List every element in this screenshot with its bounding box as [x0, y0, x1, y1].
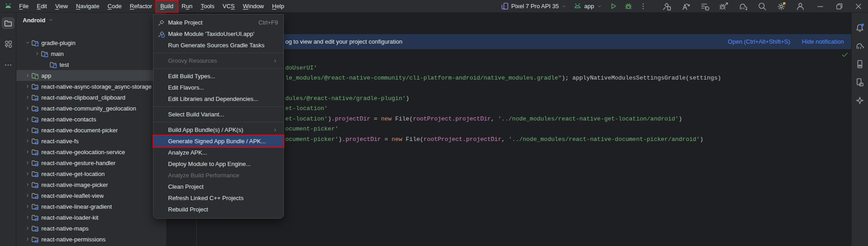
tree-item-react-native-get-location[interactable]: react-native-get-location — [16, 168, 166, 179]
tree-item-react-native-linear-gradient[interactable]: react-native-linear-gradient — [16, 201, 166, 212]
tree-item-label: main — [51, 50, 64, 57]
tree-item-react-native-fs[interactable]: react-native-fs — [16, 136, 166, 146]
chevron-right-icon[interactable] — [24, 105, 31, 112]
tree-item-react-native-permissions[interactable]: react-native-permissions — [16, 234, 166, 245]
tree-item-app[interactable]: app — [16, 70, 166, 81]
chevron-right-icon[interactable] — [24, 83, 31, 90]
project-view-selector[interactable]: Android — [23, 17, 45, 24]
close-button[interactable] — [849, 0, 868, 13]
tree-item-react-native-geolocation-service[interactable]: react-native-geolocation-service — [16, 146, 166, 157]
notifications-button[interactable] — [853, 22, 866, 34]
chevron-right-icon[interactable] — [24, 94, 31, 101]
menu-edit[interactable]: Edit — [33, 1, 51, 12]
chevron-right-icon[interactable] — [24, 126, 31, 134]
debug-button[interactable] — [622, 1, 634, 12]
open-project-structure-link[interactable]: Open (Ctrl+Alt+Shift+S) — [728, 38, 790, 45]
menu-view[interactable]: View — [51, 1, 72, 12]
tree-item-react-native-leaflet-view[interactable]: react-native-leaflet-view — [16, 190, 166, 201]
run-button[interactable] — [607, 1, 619, 12]
chevron-right-icon[interactable] — [24, 72, 31, 79]
menu-item-rebuild-project[interactable]: Rebuild Project — [154, 204, 283, 215]
menu-item-edit-libraries-and-dependencies[interactable]: Edit Libraries and Dependencies... — [154, 93, 283, 105]
menu-item-label: Edit Build Types... — [168, 73, 278, 80]
gradle-sync-button[interactable] — [737, 1, 749, 12]
menu-item-make-project[interactable]: Make ProjectCtrl+F9 — [154, 17, 283, 28]
sync-list-button[interactable] — [699, 1, 711, 12]
menu-item-label: Build App Bundle(s) / APK(s) — [168, 126, 271, 133]
resource-manager-button[interactable] — [2, 38, 15, 50]
hide-notification-link[interactable]: Hide notification — [802, 38, 844, 45]
tree-item-react-native-async-storage_async-storage[interactable]: react-native-async-storage_async-storage — [16, 81, 166, 92]
chevron-right-icon[interactable] — [24, 170, 31, 177]
menu-item-build-app-bundle-s-apk-s[interactable]: Build App Bundle(s) / APK(s) — [154, 124, 283, 136]
code-assist-button[interactable] — [680, 1, 692, 12]
menu-item-refresh-linked-c-projects[interactable]: Refresh Linked C++ Projects — [154, 192, 283, 204]
chevron-right-icon[interactable] — [24, 148, 31, 156]
chevron-right-icon[interactable] — [24, 159, 31, 166]
menu-item-analyze-apk[interactable]: Analyze APK... — [154, 147, 283, 158]
menu-tools[interactable]: Tools — [197, 1, 218, 12]
folder-lib-icon — [31, 203, 39, 210]
run-widgets: Pixel 7 Pro API 35 app — [499, 1, 649, 12]
chevron-down-icon[interactable] — [24, 39, 31, 46]
menu-item-run-generate-sources-gradle-tasks[interactable]: Run Generate Sources Gradle Tasks — [154, 40, 283, 51]
menu-code[interactable]: Code — [104, 1, 126, 12]
account-button[interactable] — [794, 1, 806, 12]
running-devices-button[interactable] — [853, 58, 866, 70]
restore-button[interactable] — [830, 0, 849, 13]
settings-button[interactable] — [775, 1, 787, 12]
gradle-button[interactable] — [853, 40, 866, 52]
chevron-right-icon[interactable] — [24, 203, 31, 210]
device-manager-button[interactable] — [853, 76, 866, 88]
tree-item-gradle-plugin[interactable]: gradle-plugin — [16, 37, 166, 48]
chevron-right-icon[interactable] — [24, 236, 31, 243]
minimize-button[interactable] — [811, 0, 830, 13]
menu-help[interactable]: Help — [268, 1, 288, 12]
menu-navigate[interactable]: Navigate — [72, 1, 103, 12]
menu-item-deploy-module-to-app-engine[interactable]: Deploy Module to App Engine... — [154, 158, 283, 170]
more-actions-kebab-icon[interactable] — [637, 1, 649, 12]
gemini-button[interactable] — [853, 95, 866, 106]
menu-item-edit-flavors[interactable]: Edit Flavors... — [154, 82, 283, 93]
tree-item-react-native-image-picker[interactable]: react-native-image-picker — [16, 179, 166, 190]
run-config-selector[interactable]: app — [572, 1, 604, 12]
menu-item-label: Groovy Resources — [168, 57, 271, 64]
debug-attach-button[interactable] — [718, 1, 730, 12]
tree-item-react-native-community_geolocation[interactable]: react-native-community_geolocation — [16, 103, 166, 114]
tree-item-react-native-document-picker[interactable]: react-native-document-picker — [16, 125, 166, 136]
chevron-right-icon[interactable] — [24, 192, 31, 199]
tree-item-react-native-maps[interactable]: react-native-maps — [16, 223, 166, 234]
menu-window[interactable]: Window — [239, 1, 268, 12]
menu-vcs[interactable]: VCS — [218, 1, 239, 12]
menu-item-label: Edit Libraries and Dependencies... — [168, 95, 278, 102]
tree-item-react-native-gesture-handler[interactable]: react-native-gesture-handler — [16, 157, 166, 168]
menu-item-make-module-taxidouserui-app[interactable]: Make Module 'TaxidoUserUI.app' — [154, 28, 283, 40]
menu-build[interactable]: Build — [156, 1, 178, 12]
inspections-ok-check-icon[interactable] — [841, 51, 848, 58]
tree-item-react-native-contacts[interactable]: react-native-contacts — [16, 114, 166, 125]
menu-item-clean-project[interactable]: Clean Project — [154, 181, 283, 192]
menu-run[interactable]: Run — [178, 1, 197, 12]
chevron-right-icon[interactable] — [24, 181, 31, 188]
chevron-right-icon[interactable] — [24, 137, 31, 145]
more-tool-windows-button[interactable] — [2, 59, 15, 71]
chevron-right-icon[interactable] — [24, 214, 31, 221]
tree-item-main[interactable]: main — [16, 48, 166, 59]
tree-item-react-native-clipboard_clipboard[interactable]: react-native-clipboard_clipboard — [16, 92, 166, 103]
menu-item-select-build-variant[interactable]: Select Build Variant... — [154, 109, 283, 120]
device-selector[interactable]: Pixel 7 Pro API 35 — [499, 1, 569, 12]
menu-refactor[interactable]: Refactor — [126, 1, 156, 12]
tree-item-react-native-loader-kit[interactable]: react-native-loader-kit — [16, 212, 166, 223]
tree-item-label: react-native-image-picker — [41, 181, 108, 188]
tree-item-test[interactable]: test — [16, 59, 166, 70]
menu-file[interactable]: File — [15, 1, 33, 12]
chevron-right-icon[interactable] — [33, 50, 41, 57]
build-button[interactable] — [661, 1, 673, 12]
menu-item-label: Analyze Build Performance — [168, 172, 278, 179]
chevron-right-icon[interactable] — [24, 225, 31, 232]
project-folder-button[interactable] — [2, 17, 15, 29]
chevron-right-icon[interactable] — [24, 115, 31, 123]
menu-item-generate-signed-app-bundle-apk[interactable]: Generate Signed App Bundle / APK... — [154, 136, 283, 147]
search-button[interactable] — [756, 1, 768, 12]
menu-item-edit-build-types[interactable]: Edit Build Types... — [154, 70, 283, 82]
